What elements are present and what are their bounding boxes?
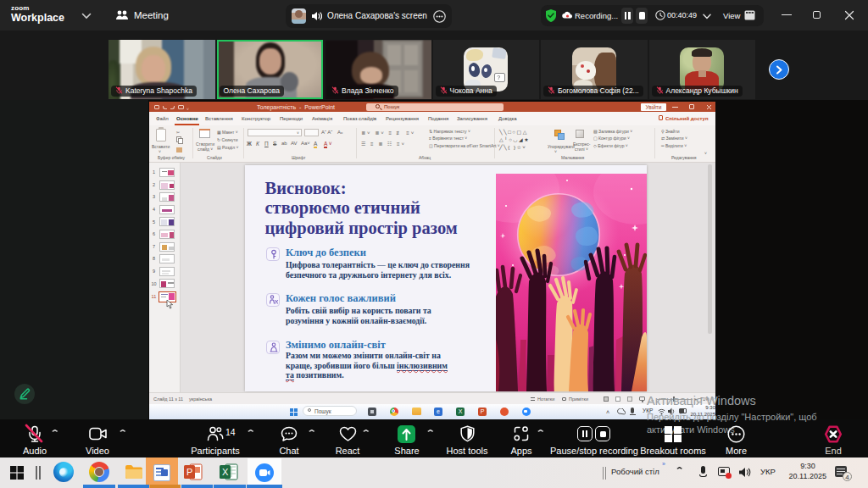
svg-text:X: X (222, 467, 229, 477)
svg-text:P: P (186, 467, 192, 477)
